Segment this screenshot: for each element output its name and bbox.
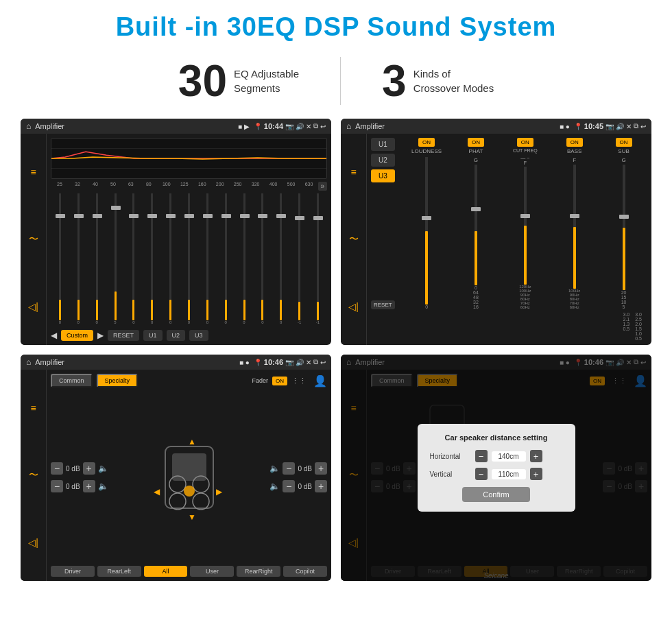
phat-toggle[interactable]: ON: [468, 138, 484, 147]
fl-minus[interactable]: −: [51, 462, 63, 475]
status-bar-3: ⌂ Amplifier ■ ● 📍 10:46 📷 🔊 ✕ ⧉ ↩: [21, 355, 331, 370]
eq-slider-4[interactable]: 5: [106, 193, 125, 324]
back-icon-1[interactable]: ↩: [320, 123, 326, 130]
bass-slider[interactable]: [573, 165, 576, 289]
bass-toggle[interactable]: ON: [566, 138, 583, 147]
cutfreq-slider[interactable]: [524, 167, 527, 285]
rearleft-btn[interactable]: RearLeft: [97, 566, 141, 577]
fader-sliders-icon[interactable]: ⋮⋮: [291, 377, 307, 385]
confirm-button[interactable]: Confirm: [462, 487, 530, 502]
fr-minus[interactable]: −: [283, 462, 295, 475]
eq-slider-3[interactable]: 0: [88, 193, 106, 324]
eq-slider-13[interactable]: 0: [272, 193, 290, 324]
eq-more-icon[interactable]: »: [318, 182, 328, 191]
preset-u3[interactable]: U3: [371, 169, 395, 182]
eq-slider-9[interactable]: 0: [198, 193, 217, 324]
vertical-minus[interactable]: −: [475, 468, 488, 480]
back-icon-2[interactable]: ↩: [640, 123, 646, 130]
specialty-tab[interactable]: Specialty: [97, 374, 139, 387]
wave-icon[interactable]: 〜: [29, 233, 38, 246]
profile-icon[interactable]: 👤: [313, 374, 327, 387]
eq-slider-7[interactable]: 0: [161, 193, 180, 324]
screen-dialog: ⌂ Amplifier ■ ● 📍 10:46 📷 🔊 ✕ ⧉ ↩ ≡ 〜 ◁|: [341, 355, 651, 581]
fr-plus[interactable]: +: [315, 462, 327, 475]
eq-sidebar-1: ≡ 〜 ◁|: [21, 134, 47, 345]
eq-u1-btn[interactable]: U1: [143, 330, 163, 341]
horizontal-plus[interactable]: +: [530, 450, 542, 462]
amp-wave-icon[interactable]: 〜: [29, 469, 38, 481]
crossover-reset-btn[interactable]: RESET: [371, 300, 395, 309]
volume-icon-1: 🔊: [296, 123, 304, 130]
cutfreq-toggle[interactable]: ON: [517, 138, 533, 147]
sub-slider[interactable]: [623, 165, 625, 290]
eq-slider-6[interactable]: 0: [143, 193, 161, 324]
crossover-g-scale2: 3.0 2.5 2.0 1.5 1.0 0.5: [635, 312, 642, 341]
camera-icon-1: 📷: [285, 123, 293, 130]
eq-slider-12[interactable]: 0: [253, 193, 272, 324]
dialog-vertical-row: Vertical − 110cm +: [430, 468, 563, 480]
common-tab[interactable]: Common: [51, 374, 93, 387]
eq-play-btn[interactable]: ▶: [97, 331, 104, 340]
rearright-btn[interactable]: RearRight: [237, 566, 280, 577]
dialog-box: Car speaker distance setting Horizontal …: [418, 424, 575, 512]
rl-minus[interactable]: −: [51, 480, 63, 492]
crossover-g-scale: 3.0 2.1 1.3 0.5: [623, 312, 630, 341]
back-icon-3[interactable]: ↩: [320, 359, 326, 366]
loudness-label: LOUDNESS: [411, 148, 442, 154]
eq-slider-15[interactable]: -1: [309, 193, 327, 324]
eq-back-btn[interactable]: ◀: [51, 331, 57, 340]
equalizer-icon[interactable]: ≡: [30, 167, 36, 178]
loudness-slider[interactable]: [425, 157, 428, 305]
wave-icon-2[interactable]: 〜: [349, 233, 359, 246]
status-bar-1: ⌂ Amplifier ■ ▶ 📍 10:44 📷 🔊 ✕ ⧉ ↩: [21, 119, 331, 134]
home-icon-3[interactable]: ⌂: [26, 357, 31, 367]
location-icon-2: 📍: [574, 123, 582, 130]
eq-tune-icon[interactable]: ≡: [350, 167, 356, 178]
fl-plus[interactable]: +: [83, 462, 95, 475]
volume-icon-3: 🔊: [296, 359, 304, 366]
rr-plus[interactable]: +: [315, 480, 327, 492]
preset-u1[interactable]: U1: [371, 138, 395, 151]
rr-minus[interactable]: −: [283, 480, 295, 492]
eq-slider-10[interactable]: 0: [217, 193, 235, 324]
loudness-toggle[interactable]: ON: [418, 138, 435, 147]
eq-slider-14[interactable]: -1: [290, 193, 309, 324]
rl-plus[interactable]: +: [83, 480, 95, 492]
phat-slider[interactable]: [475, 165, 477, 285]
phat-scale: 64 48 32 16: [473, 290, 479, 309]
eq-custom-btn[interactable]: Custom: [61, 330, 93, 341]
speaker-left-icon[interactable]: ◁|: [28, 301, 38, 312]
eq-bottom-bar: ◀ Custom ▶ RESET U1 U2 U3: [51, 330, 327, 341]
user-btn[interactable]: User: [190, 566, 234, 577]
eq-slider-1[interactable]: 0: [51, 193, 69, 324]
driver-btn[interactable]: Driver: [51, 566, 95, 577]
copilot-btn[interactable]: Copilot: [283, 566, 327, 577]
all-btn[interactable]: All: [144, 566, 188, 577]
eq-reset-btn[interactable]: RESET: [108, 330, 139, 341]
rl-speaker-icon: 🔈: [98, 481, 108, 491]
preset-u2[interactable]: U2: [371, 154, 395, 167]
eq-slider-11[interactable]: 0: [235, 193, 254, 324]
eq-slider-8[interactable]: 0: [180, 193, 198, 324]
channel-loudness: ON LOUDNESS 0: [403, 138, 451, 309]
home-icon-1[interactable]: ⌂: [26, 121, 31, 131]
horizontal-minus[interactable]: −: [475, 450, 488, 462]
amp-speaker-icon[interactable]: ◁|: [28, 537, 38, 548]
amp-right-controls: 🔈 − 0 dB + 🔈 − 0 dB +: [269, 393, 327, 562]
eq-slider-2[interactable]: 0: [69, 193, 88, 324]
home-icon-2[interactable]: ⌂: [346, 121, 351, 131]
freq-label-500: 500: [283, 182, 300, 191]
eq-sliders-row: 0 0: [51, 193, 327, 324]
eq-u3-btn[interactable]: U3: [189, 330, 208, 341]
vertical-plus[interactable]: +: [530, 468, 542, 480]
eq-slider-5[interactable]: 0: [124, 193, 143, 324]
speaker-icon-2[interactable]: ◁|: [348, 301, 359, 312]
page-header: Built -in 30EQ DSP Sound System: [0, 0, 672, 49]
freq-label-40: 40: [86, 182, 104, 191]
eq-u2-btn[interactable]: U2: [167, 330, 186, 341]
amp-eq-icon[interactable]: ≡: [30, 403, 36, 414]
time-1: 10:44: [264, 122, 283, 130]
sub-toggle[interactable]: ON: [616, 138, 632, 147]
crossover-stat: 3 Kinds of Crossover Modes: [341, 56, 535, 106]
status-icons-2: 📍 10:45 📷 🔊 ✕ ⧉ ↩: [574, 122, 646, 130]
